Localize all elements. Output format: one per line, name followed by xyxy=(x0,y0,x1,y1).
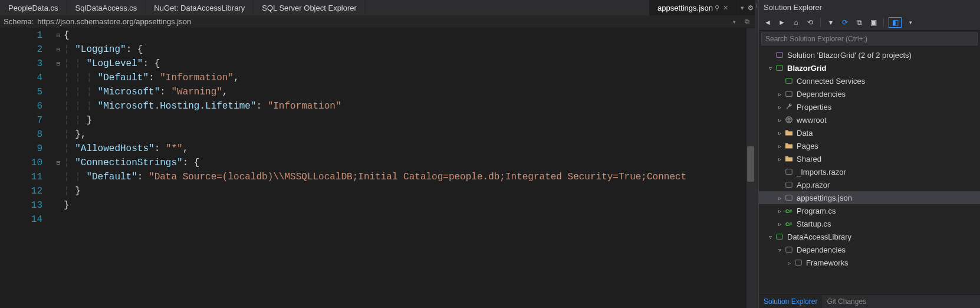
svg-rect-7 xyxy=(786,195,792,201)
collapse-icon[interactable]: ⧉ xyxy=(854,17,864,28)
tree-item-label: Dependencies xyxy=(797,90,846,99)
scrollbar-thumb[interactable] xyxy=(747,146,754,182)
tree-item[interactable]: ▿Dependencies xyxy=(759,243,980,256)
tree-item[interactable]: Connected Services xyxy=(759,74,980,87)
solution-tree[interactable]: Solution 'BlazorGrid' (2 of 2 projects)▿… xyxy=(759,47,980,294)
expand-arrow-icon[interactable]: ▹ xyxy=(775,221,784,227)
close-icon[interactable]: ✕ xyxy=(721,4,729,12)
svg-rect-10 xyxy=(777,234,783,240)
home-icon[interactable]: ⌂ xyxy=(791,17,801,28)
folder-icon xyxy=(784,141,794,150)
back-icon[interactable]: ◄ xyxy=(762,17,773,28)
svg-rect-12 xyxy=(795,260,802,266)
tree-item[interactable]: ▹Pages xyxy=(759,139,980,152)
tree-item[interactable]: ▹Properties xyxy=(759,100,980,113)
panel-tabs: Solution Explorer Git Changes xyxy=(759,294,980,308)
forward-icon[interactable]: ► xyxy=(777,17,787,28)
tab-active[interactable]: appsettings.json ⚲ ✕ xyxy=(649,1,738,15)
fold-column[interactable]: ⊟⊟⊟⊟ xyxy=(53,28,64,308)
tree-item[interactable]: ▹Dependencies xyxy=(759,87,980,100)
tree-item-label: Program.cs xyxy=(797,207,836,215)
tree-item-label: _Imports.razor xyxy=(797,168,846,176)
expand-arrow-icon[interactable]: ▹ xyxy=(775,104,784,110)
gear-icon[interactable]: ⚙ xyxy=(746,4,755,12)
tree-item[interactable]: ▹Frameworks xyxy=(759,256,980,269)
project-icon xyxy=(774,63,785,73)
sync-icon[interactable]: ⟲ xyxy=(805,17,815,28)
pin-icon[interactable]: ⚲ xyxy=(713,4,721,12)
expand-arrow-icon[interactable]: ▿ xyxy=(775,247,784,253)
expand-arrow-icon[interactable]: ▿ xyxy=(766,65,774,71)
svg-rect-1 xyxy=(777,65,783,71)
tree-item[interactable]: ▹Data xyxy=(759,126,980,139)
search-input[interactable]: Search Solution Explorer (Ctrl+;) xyxy=(761,32,978,45)
panel-title: Solution Explorer xyxy=(759,0,980,15)
cs-icon: C# xyxy=(784,219,794,228)
tree-item[interactable]: ▿BlazorGrid xyxy=(759,61,980,74)
tree-item[interactable]: ▿DataAccessLibrary xyxy=(759,230,980,243)
tree-item-label: Connected Services xyxy=(797,77,865,86)
tab[interactable]: SqlDataAccess.cs xyxy=(67,0,146,15)
tree-item[interactable]: ▹C#Program.cs xyxy=(759,204,980,217)
tab-git-changes[interactable]: Git Changes xyxy=(822,295,871,308)
svg-rect-0 xyxy=(777,53,783,58)
properties-icon[interactable]: ◧ xyxy=(889,17,902,28)
expand-arrow-icon[interactable]: ▹ xyxy=(775,208,784,214)
schema-dropdown-icon[interactable]: ▾ xyxy=(733,19,739,25)
solution-icon xyxy=(774,50,785,60)
expand-arrow-icon[interactable]: ▹ xyxy=(775,195,784,201)
expand-arrow-icon[interactable]: ▹ xyxy=(775,91,784,97)
tree-item-label: BlazorGrid xyxy=(787,64,826,73)
svg-rect-6 xyxy=(786,182,792,188)
tree-item[interactable]: ▹Shared xyxy=(759,152,980,165)
expand-arrow-icon[interactable]: ▹ xyxy=(775,143,784,149)
tree-item[interactable]: ▹appsettings.json xyxy=(759,191,980,204)
tree-item-label: Data xyxy=(797,129,813,137)
expand-arrow-icon[interactable]: ▹ xyxy=(775,130,784,136)
svg-rect-5 xyxy=(786,169,792,175)
tab-solution-explorer[interactable]: Solution Explorer xyxy=(759,295,822,308)
code-editor[interactable]: 1234567891011121314 ⊟⊟⊟⊟ {¦ "Logging": {… xyxy=(0,28,755,308)
schema-label: Schema: xyxy=(4,17,34,26)
filter-icon[interactable]: ▾ xyxy=(826,17,836,28)
tree-item-label: Shared xyxy=(797,155,821,163)
tree-item[interactable]: App.razor xyxy=(759,178,980,191)
json-icon xyxy=(784,193,794,202)
tree-item[interactable]: ▹C#Startup.cs xyxy=(759,217,980,230)
split-icon[interactable]: ⧉ xyxy=(743,18,751,26)
expand-arrow-icon[interactable]: ▿ xyxy=(766,234,774,240)
refresh-icon[interactable]: ⟳ xyxy=(840,17,850,28)
expand-arrow-icon[interactable]: ▹ xyxy=(775,156,784,162)
editor-pane: PeopleData.csSqlDataAccess.csNuGet: Data… xyxy=(0,0,755,308)
frame-icon xyxy=(793,258,804,267)
explorer-toolbar: ◄ ► ⌂ ⟲ ▾ ⟳ ⧉ ▣ ◧ ▾ xyxy=(759,15,980,31)
tree-item-label: appsettings.json xyxy=(797,194,852,202)
line-gutter: 1234567891011121314 xyxy=(0,28,53,308)
deps-icon xyxy=(784,245,794,254)
deps-icon xyxy=(784,89,794,99)
tab[interactable]: SQL Server Object Explorer xyxy=(254,0,366,15)
tree-item-label: Solution 'BlazorGrid' (2 of 2 projects) xyxy=(787,51,912,60)
code-content[interactable]: {¦ "Logging": {¦ ¦ "LogLevel": {¦ ¦ ¦ "D… xyxy=(64,28,755,308)
tab[interactable]: PeopleData.cs xyxy=(0,0,67,15)
tree-item[interactable]: ▹wwwroot xyxy=(759,113,980,126)
expand-arrow-icon[interactable]: ▹ xyxy=(775,117,784,123)
wrench-icon xyxy=(784,102,794,112)
chevron-down-icon[interactable]: ▾ xyxy=(738,4,746,12)
folder-icon xyxy=(784,128,794,137)
razor-icon xyxy=(784,167,794,176)
show-all-icon[interactable]: ▣ xyxy=(868,17,879,28)
scrollbar-vertical[interactable] xyxy=(746,28,755,308)
tab[interactable]: NuGet: DataAccessLibrary xyxy=(146,0,254,15)
schema-bar: Schema: https://json.schemastore.org/app… xyxy=(0,15,755,28)
tree-item[interactable]: _Imports.razor xyxy=(759,165,980,178)
cs-icon: C# xyxy=(784,206,794,215)
tree-item-label: wwwroot xyxy=(797,116,827,124)
expand-arrow-icon[interactable]: ▹ xyxy=(785,260,793,266)
schema-url[interactable]: https://json.schemastore.org/appsettings… xyxy=(37,17,191,26)
chevron-down-icon[interactable]: ▾ xyxy=(905,17,916,28)
solution-explorer: Solution Explorer ◄ ► ⌂ ⟲ ▾ ⟳ ⧉ ▣ ◧ ▾ Se… xyxy=(758,0,980,308)
svg-rect-2 xyxy=(786,78,792,84)
tree-item-label: Dependencies xyxy=(797,245,846,254)
tree-item[interactable]: Solution 'BlazorGrid' (2 of 2 projects) xyxy=(759,48,980,61)
